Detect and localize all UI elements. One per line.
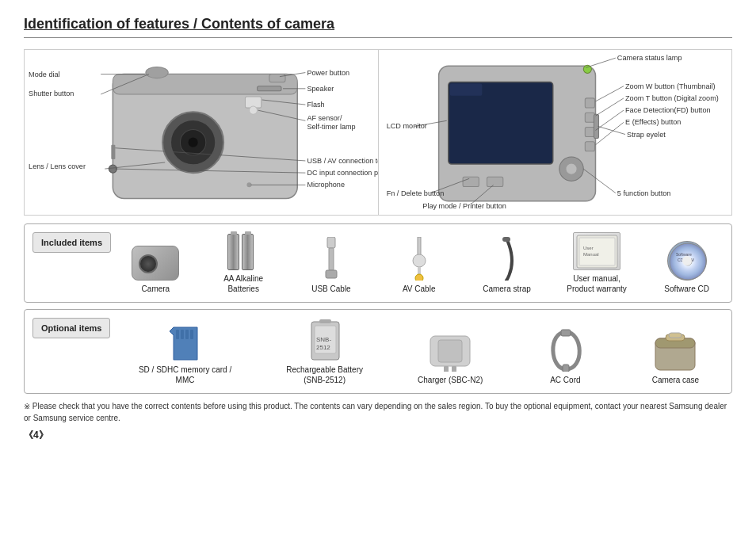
- svg-text:Microphone: Microphone: [307, 181, 345, 189]
- battery-1: [227, 234, 239, 270]
- camera-shape: [132, 246, 179, 281]
- cd-svg: Software CD-ROM: [668, 242, 708, 281]
- svg-rect-42: [585, 142, 594, 151]
- item-camera-label: Camera: [142, 284, 170, 294]
- sd-shape: [166, 323, 205, 361]
- svg-text:Face Detection(FD) button: Face Detection(FD) button: [625, 106, 711, 114]
- item-av-label: AV Cable: [403, 284, 436, 294]
- manual-svg: User Manual: [575, 234, 619, 269]
- svg-rect-87: [185, 330, 189, 339]
- item-camera-case: Camera case: [647, 330, 703, 385]
- svg-line-50: [595, 86, 624, 101]
- item-rechargeable-img: SNB- 2512: [305, 318, 345, 361]
- case-shape: [651, 330, 699, 372]
- svg-point-7: [146, 67, 168, 78]
- svg-text:SNB-: SNB-: [316, 336, 331, 343]
- svg-line-48: [586, 58, 616, 67]
- strap-shape: [494, 237, 518, 281]
- svg-point-74: [415, 274, 423, 281]
- svg-text:USB / AV connection terminal: USB / AV connection terminal: [307, 157, 377, 165]
- svg-rect-68: [327, 237, 335, 248]
- item-batteries-label: AA AlkalineBatteries: [223, 273, 263, 294]
- svg-text:Play mode / Printer button: Play mode / Printer button: [422, 202, 506, 210]
- item-cd-img: Software CD-ROM: [667, 241, 707, 281]
- item-rechargeable: SNB- 2512 Rechargeable Battery(SNB-2512): [286, 318, 363, 385]
- item-sd-img: [166, 323, 205, 361]
- item-usb-label: USB Cable: [311, 284, 350, 294]
- item-case-label: Camera case: [652, 375, 699, 385]
- svg-rect-39: [585, 98, 594, 108]
- svg-text:Software: Software: [676, 252, 692, 257]
- item-strap-label: Camera strap: [483, 284, 531, 294]
- svg-rect-45: [463, 177, 479, 186]
- page-number: 《4》: [24, 429, 732, 442]
- battery-2: [242, 234, 254, 270]
- included-items-section: Included items Camera AA AlkalineBatteri…: [24, 223, 732, 303]
- svg-text:Lens / Lens cover: Lens / Lens cover: [29, 162, 86, 170]
- page-title: Identification of features / Contents of…: [24, 16, 732, 38]
- optional-items-section: Optional items SD / SDHC memory card /MM…: [24, 309, 732, 394]
- svg-rect-70: [326, 270, 337, 278]
- svg-text:Speaker: Speaker: [307, 85, 334, 93]
- svg-text:DC input connection port: DC input connection port: [307, 169, 377, 177]
- item-ac-cord: AC Cord: [537, 328, 593, 385]
- included-items-label: Included items: [32, 232, 111, 253]
- svg-text:Manual: Manual: [583, 252, 599, 257]
- svg-rect-95: [438, 340, 462, 362]
- manual-shape: User Manual: [573, 232, 620, 270]
- camera-front-svg: Mode dial Shutter button Lens / Lens cov…: [25, 50, 378, 215]
- svg-rect-71: [418, 237, 421, 257]
- svg-rect-8: [269, 74, 285, 82]
- camera-back-svg: Camera status lamp Zoom W button (Thumbn…: [379, 50, 732, 215]
- svg-text:Power button: Power button: [307, 69, 349, 77]
- svg-line-58: [598, 126, 624, 134]
- item-manual: User Manual User manual,Product warranty: [567, 232, 627, 294]
- svg-text:5 function button: 5 function button: [617, 189, 670, 197]
- svg-rect-88: [190, 330, 193, 339]
- svg-text:Strap eyelet: Strap eyelet: [627, 131, 666, 139]
- item-camera-img: [132, 246, 179, 281]
- item-strap: Camera strap: [479, 237, 534, 294]
- item-cd-label: Software CD: [664, 284, 709, 294]
- item-usb-img: [319, 237, 343, 281]
- svg-text:E (Effects) button: E (Effects) button: [625, 118, 681, 126]
- item-sd-label: SD / SDHC memory card /MMC: [139, 365, 231, 385]
- rechargeable-shape: SNB- 2512: [305, 318, 345, 361]
- svg-point-72: [413, 254, 426, 267]
- item-strap-img: [494, 237, 518, 281]
- item-av-cable: AV Cable: [391, 237, 447, 294]
- svg-text:Mode dial: Mode dial: [29, 71, 60, 78]
- svg-text:2512: 2512: [316, 344, 330, 351]
- ac-cord-shape: [544, 328, 587, 372]
- included-items-grid: Camera AA AlkalineBatteries USB Cable: [119, 232, 724, 294]
- optional-items-label: Optional items: [32, 318, 110, 338]
- svg-rect-11: [111, 145, 115, 159]
- item-cd: Software CD-ROM Software CD: [659, 241, 715, 294]
- svg-rect-90: [319, 319, 331, 323]
- camera-diagrams: Mode dial Shutter button Lens / Lens cov…: [24, 49, 732, 216]
- svg-rect-75: [502, 237, 510, 242]
- svg-point-44: [565, 163, 576, 174]
- svg-rect-86: [181, 330, 184, 339]
- svg-line-56: [595, 122, 624, 144]
- svg-rect-97: [452, 366, 456, 372]
- camera-back-diagram: Camera status lamp Zoom W button (Thumbn…: [379, 50, 732, 215]
- svg-text:User: User: [583, 246, 594, 250]
- camera-front-diagram: Mode dial Shutter button Lens / Lens cov…: [25, 50, 379, 215]
- svg-rect-98: [561, 330, 571, 336]
- item-av-img: [407, 237, 431, 281]
- item-rechargeable-label: Rechargeable Battery(SNB-2512): [286, 365, 363, 385]
- item-manual-img: User Manual: [573, 232, 620, 270]
- svg-text:CD-ROM: CD-ROM: [678, 258, 694, 262]
- svg-text:Zoom W button (Thumbnail): Zoom W button (Thumbnail): [625, 82, 716, 90]
- item-charger-img: [426, 332, 474, 372]
- av-cable-shape: [407, 237, 431, 281]
- svg-text:Camera status lamp: Camera status lamp: [617, 54, 682, 62]
- item-sd-card: SD / SDHC memory card /MMC: [139, 323, 231, 385]
- item-case-img: [651, 330, 699, 372]
- svg-rect-96: [444, 366, 449, 372]
- svg-rect-46: [487, 177, 502, 186]
- item-charger: Charger (SBC-N2): [418, 332, 483, 385]
- item-usb-cable: USB Cable: [304, 237, 359, 294]
- svg-text:AF sensor/: AF sensor/: [307, 114, 342, 122]
